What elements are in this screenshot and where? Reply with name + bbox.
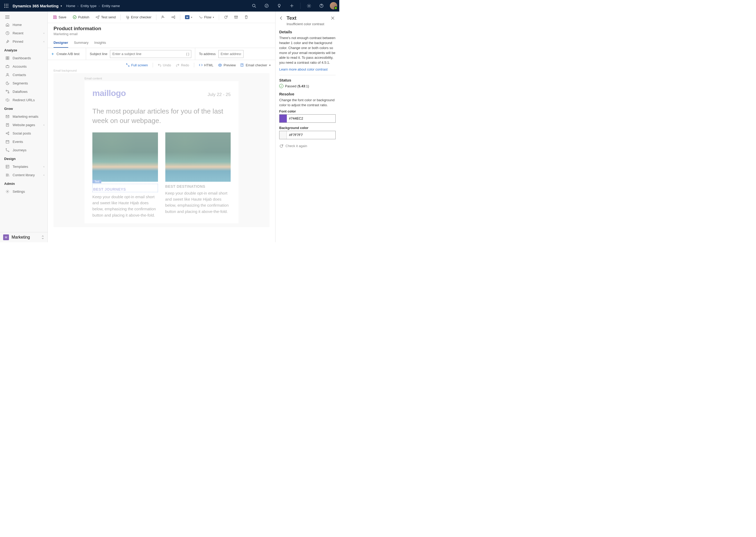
background-color-input[interactable]	[287, 131, 335, 139]
lightbulb-icon[interactable]	[274, 1, 285, 11]
svg-line-10	[255, 7, 256, 8]
sidebar-item-dataflows[interactable]: Dataflows	[0, 87, 48, 96]
add-icon[interactable]	[287, 1, 297, 11]
svg-point-34	[8, 134, 9, 135]
details-body: There's not enough contrast between head…	[279, 36, 335, 65]
page-subtitle: Marketing email	[54, 32, 270, 36]
back-icon[interactable]	[279, 16, 284, 20]
sidebar-item-label: Contacts	[13, 73, 26, 77]
search-icon[interactable]	[249, 1, 259, 11]
font-color-picker[interactable]	[279, 114, 335, 123]
breadcrumb-item[interactable]: Entity name	[102, 4, 120, 8]
task-icon[interactable]	[261, 1, 272, 11]
sidebar-item-templates[interactable]: Templates‹	[0, 162, 48, 171]
sidebar-item-content-library[interactable]: Content library‹	[0, 171, 48, 179]
page-header: Product information Marketing email	[48, 23, 275, 36]
close-icon[interactable]	[331, 16, 335, 20]
svg-point-32	[6, 133, 7, 134]
archive-button[interactable]	[232, 14, 241, 21]
assign-button[interactable]	[158, 14, 168, 21]
subject-line-input[interactable]	[110, 50, 191, 58]
publish-button[interactable]: Publish	[70, 14, 92, 21]
preview-button[interactable]: Preview	[218, 63, 236, 67]
mail-icon	[5, 114, 10, 118]
breadcrumb-item[interactable]: Home	[66, 4, 75, 8]
full-screen-button[interactable]: Full screen	[126, 63, 148, 67]
personalization-icon[interactable]: { }	[186, 52, 189, 56]
color-swatch[interactable]	[280, 115, 287, 122]
sidebar-item-settings[interactable]: Settings	[0, 187, 48, 196]
settings-icon[interactable]	[304, 1, 314, 11]
sidebar-item-social-posts[interactable]: Social posts	[0, 129, 48, 138]
email-checker-button[interactable]: Email checker▾	[241, 63, 271, 67]
save-button[interactable]: Save	[50, 14, 69, 21]
selected-text-block[interactable]: Text BEST JOURNEYS	[92, 184, 158, 192]
sidebar-item-journeys[interactable]: Journeys	[0, 146, 48, 154]
sidebar-item-recent[interactable]: Recent‹	[0, 29, 48, 37]
tab-designer[interactable]: Designer	[54, 39, 68, 48]
sidebar-app-switcher[interactable]: M Marketing	[0, 232, 48, 242]
help-icon[interactable]	[316, 1, 327, 11]
command-bar: Save Publish Test send Error checker W▾ …	[48, 12, 275, 23]
app-name[interactable]: Dynamics 365 Marketing	[13, 4, 59, 8]
flow-button[interactable]: Flow▾	[196, 14, 217, 21]
updown-icon	[41, 235, 44, 239]
sidebar-item-website-pages[interactable]: Website pages‹	[0, 121, 48, 129]
app-dropdown-icon[interactable]: ▾	[61, 4, 62, 7]
sidebar-item-dashboards[interactable]: Dashboards	[0, 54, 48, 62]
canvas-area: Full screen Undo Redo HTML Preview Email…	[48, 60, 275, 242]
font-color-input[interactable]	[287, 115, 335, 122]
learn-more-link[interactable]: Learn more about color contrast	[279, 67, 328, 71]
svg-rect-26	[6, 90, 7, 91]
sidebar-item-home[interactable]: Home	[0, 21, 48, 29]
email-background-label: Email background	[54, 69, 270, 72]
template-icon	[5, 164, 10, 169]
create-ab-test-button[interactable]: +Create A/B test	[48, 48, 86, 60]
sidebar-item-marketing-emails[interactable]: Marketing emails	[0, 112, 48, 121]
article-title: BEST DESTINATIONS	[165, 184, 231, 188]
app-launcher-icon[interactable]	[2, 2, 11, 10]
font-color-label: Font color	[279, 109, 335, 113]
flow-icon	[199, 15, 202, 19]
svg-point-4	[6, 6, 7, 6]
sidebar-item-accounts[interactable]: Accounts	[0, 62, 48, 70]
breadcrumb-item[interactable]: Entity type	[80, 4, 97, 8]
tab-insights[interactable]: Insights	[94, 39, 106, 48]
sidebar-item-label: Home	[13, 23, 22, 27]
delete-button[interactable]	[242, 14, 251, 21]
hamburger-icon[interactable]	[5, 15, 42, 19]
sidebar-item-contacts[interactable]: Contacts	[0, 70, 48, 79]
home-icon	[5, 22, 10, 27]
error-checker-button[interactable]: Error checker	[123, 14, 154, 21]
refresh-icon	[224, 15, 228, 19]
refresh-button[interactable]	[221, 14, 230, 21]
svg-rect-28	[6, 115, 9, 117]
topbar-actions	[249, 1, 337, 11]
page-icon	[5, 123, 10, 127]
user-avatar[interactable]	[330, 2, 337, 10]
sidebar-item-events[interactable]: Events	[0, 138, 48, 146]
share-button[interactable]	[169, 14, 178, 21]
article-image	[165, 132, 231, 182]
sidebar-item-label: Dashboards	[13, 56, 31, 60]
undo-button[interactable]: Undo	[158, 63, 171, 67]
email-background[interactable]: Email content maillogo July 22 - 25 The …	[54, 73, 270, 227]
sidebar-item-segments[interactable]: Segments	[0, 79, 48, 87]
test-send-button[interactable]: Test send	[93, 14, 118, 21]
article-column: Text BEST JOURNEYS Keep your double opt-…	[92, 132, 158, 218]
sidebar-item-label: Content library	[13, 173, 35, 177]
email-content-card[interactable]: maillogo July 22 - 25 The most popular a…	[84, 81, 239, 224]
person-plus-icon	[161, 15, 165, 19]
to-address-input[interactable]	[218, 50, 244, 58]
color-swatch[interactable]	[280, 131, 287, 139]
check-again-button[interactable]: Check it again	[279, 144, 335, 148]
sidebar-item-redirect[interactable]: Redirect URLs	[0, 96, 48, 104]
check-circle-icon: ✓	[279, 84, 284, 88]
sidebar-item-pinned[interactable]: Pinned‹	[0, 37, 48, 46]
redo-button[interactable]: Redo	[176, 63, 189, 67]
html-button[interactable]: HTML	[199, 63, 213, 67]
tab-summary[interactable]: Summary	[74, 39, 89, 48]
background-color-picker[interactable]	[279, 131, 335, 139]
word-button[interactable]: W▾	[182, 14, 195, 21]
briefcase-icon	[5, 64, 10, 68]
